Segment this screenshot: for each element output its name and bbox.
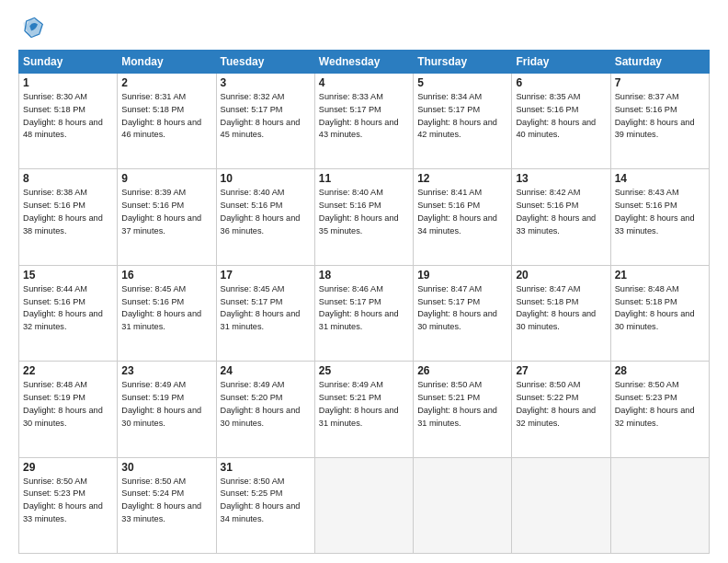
day-header-sunday: Sunday — [19, 51, 118, 74]
day-info: Sunrise: 8:50 AM Sunset: 5:24 PM Dayligh… — [121, 476, 211, 526]
day-info: Sunrise: 8:40 AM Sunset: 5:16 PM Dayligh… — [319, 187, 409, 237]
day-header-thursday: Thursday — [414, 51, 512, 74]
day-header-tuesday: Tuesday — [216, 51, 314, 74]
days-header-row: SundayMondayTuesdayWednesdayThursdayFrid… — [19, 51, 710, 74]
day-number: 10 — [221, 172, 311, 185]
sunset-label: Sunset: 5:21 PM — [417, 393, 480, 402]
day-cell-16: 16 Sunrise: 8:45 AM Sunset: 5:16 PM Dayl… — [118, 265, 216, 361]
sunset-label: Sunset: 5:17 PM — [319, 105, 381, 114]
daylight-label: Daylight: 8 hours and 31 minutes. — [121, 309, 201, 331]
day-info: Sunrise: 8:31 AM Sunset: 5:18 PM Dayligh… — [121, 91, 211, 142]
day-number: 19 — [417, 269, 507, 282]
day-cell-3: 3 Sunrise: 8:32 AM Sunset: 5:17 PM Dayli… — [216, 74, 314, 169]
day-info: Sunrise: 8:48 AM Sunset: 5:18 PM Dayligh… — [615, 283, 705, 334]
sunset-label: Sunset: 5:21 PM — [319, 393, 381, 402]
daylight-label: Daylight: 8 hours and 30 minutes. — [23, 406, 103, 428]
calendar-body: 1 Sunrise: 8:30 AM Sunset: 5:18 PM Dayli… — [19, 74, 710, 554]
day-info: Sunrise: 8:32 AM Sunset: 5:17 PM Dayligh… — [221, 91, 311, 142]
day-info: Sunrise: 8:39 AM Sunset: 5:16 PM Dayligh… — [121, 187, 211, 237]
sunrise-label: Sunrise: 8:37 AM — [615, 92, 679, 101]
day-info: Sunrise: 8:44 AM Sunset: 5:16 PM Dayligh… — [23, 283, 113, 334]
day-number: 12 — [417, 172, 507, 185]
daylight-label: Daylight: 8 hours and 43 minutes. — [319, 118, 399, 140]
sunset-label: Sunset: 5:25 PM — [221, 488, 283, 498]
day-cell-22: 22 Sunrise: 8:48 AM Sunset: 5:19 PM Dayl… — [19, 362, 118, 457]
day-cell-11: 11 Sunrise: 8:40 AM Sunset: 5:16 PM Dayl… — [314, 169, 413, 265]
day-cell-1: 1 Sunrise: 8:30 AM Sunset: 5:18 PM Dayli… — [19, 74, 118, 169]
empty-cell — [512, 457, 610, 553]
sunrise-label: Sunrise: 8:35 AM — [516, 92, 580, 101]
daylight-label: Daylight: 8 hours and 30 minutes. — [615, 309, 695, 331]
daylight-label: Daylight: 8 hours and 45 minutes. — [221, 118, 301, 140]
sunset-label: Sunset: 5:23 PM — [615, 393, 677, 402]
daylight-label: Daylight: 8 hours and 32 minutes. — [23, 309, 103, 331]
day-cell-6: 6 Sunrise: 8:35 AM Sunset: 5:16 PM Dayli… — [512, 74, 610, 169]
day-info: Sunrise: 8:45 AM Sunset: 5:16 PM Dayligh… — [121, 283, 211, 334]
daylight-label: Daylight: 8 hours and 32 minutes. — [516, 406, 596, 428]
sunset-label: Sunset: 5:18 PM — [516, 297, 578, 306]
page: SundayMondayTuesdayWednesdayThursdayFrid… — [0, 0, 728, 563]
sunrise-label: Sunrise: 8:33 AM — [319, 92, 383, 101]
day-number: 7 — [615, 76, 705, 89]
day-number: 30 — [121, 461, 211, 474]
day-cell-9: 9 Sunrise: 8:39 AM Sunset: 5:16 PM Dayli… — [118, 169, 216, 265]
day-cell-5: 5 Sunrise: 8:34 AM Sunset: 5:17 PM Dayli… — [414, 74, 512, 169]
sunset-label: Sunset: 5:16 PM — [615, 105, 677, 114]
day-number: 4 — [319, 76, 409, 89]
day-number: 26 — [417, 364, 507, 377]
day-header-monday: Monday — [118, 51, 216, 74]
sunset-label: Sunset: 5:20 PM — [221, 393, 283, 402]
sunrise-label: Sunrise: 8:40 AM — [221, 188, 285, 197]
daylight-label: Daylight: 8 hours and 32 minutes. — [615, 406, 695, 428]
day-info: Sunrise: 8:30 AM Sunset: 5:18 PM Dayligh… — [23, 91, 113, 142]
empty-cell — [610, 457, 709, 553]
day-number: 28 — [615, 364, 705, 377]
daylight-label: Daylight: 8 hours and 33 minutes. — [23, 501, 103, 523]
day-number: 31 — [221, 461, 311, 474]
day-number: 24 — [221, 364, 311, 377]
sunset-label: Sunset: 5:18 PM — [23, 105, 85, 114]
day-number: 1 — [23, 76, 113, 89]
day-header-friday: Friday — [512, 51, 610, 74]
week-row-5: 29 Sunrise: 8:50 AM Sunset: 5:23 PM Dayl… — [19, 457, 710, 553]
sunrise-label: Sunrise: 8:50 AM — [417, 380, 482, 389]
week-row-2: 8 Sunrise: 8:38 AM Sunset: 5:16 PM Dayli… — [19, 169, 710, 265]
daylight-label: Daylight: 8 hours and 30 minutes. — [221, 406, 301, 428]
day-cell-31: 31 Sunrise: 8:50 AM Sunset: 5:25 PM Dayl… — [216, 457, 314, 553]
sunrise-label: Sunrise: 8:45 AM — [221, 284, 285, 293]
day-number: 25 — [319, 364, 409, 377]
sunrise-label: Sunrise: 8:49 AM — [319, 380, 383, 389]
day-info: Sunrise: 8:49 AM Sunset: 5:19 PM Dayligh… — [121, 379, 211, 430]
daylight-label: Daylight: 8 hours and 33 minutes. — [121, 501, 201, 523]
day-info: Sunrise: 8:50 AM Sunset: 5:22 PM Dayligh… — [516, 379, 606, 430]
sunset-label: Sunset: 5:16 PM — [417, 201, 480, 210]
day-cell-4: 4 Sunrise: 8:33 AM Sunset: 5:17 PM Dayli… — [314, 74, 413, 169]
sunset-label: Sunset: 5:16 PM — [121, 297, 184, 306]
day-cell-26: 26 Sunrise: 8:50 AM Sunset: 5:21 PM Dayl… — [414, 362, 512, 457]
sunset-label: Sunset: 5:16 PM — [221, 201, 283, 210]
logo-icon — [18, 15, 44, 40]
day-info: Sunrise: 8:50 AM Sunset: 5:21 PM Dayligh… — [417, 379, 507, 430]
sunrise-label: Sunrise: 8:50 AM — [121, 477, 186, 486]
day-number: 15 — [23, 269, 113, 282]
sunrise-label: Sunrise: 8:48 AM — [615, 284, 679, 293]
day-info: Sunrise: 8:49 AM Sunset: 5:20 PM Dayligh… — [221, 379, 311, 430]
daylight-label: Daylight: 8 hours and 42 minutes. — [417, 118, 497, 140]
day-info: Sunrise: 8:43 AM Sunset: 5:16 PM Dayligh… — [615, 187, 705, 237]
day-number: 13 — [516, 172, 606, 185]
day-number: 2 — [121, 76, 211, 89]
week-row-1: 1 Sunrise: 8:30 AM Sunset: 5:18 PM Dayli… — [19, 74, 710, 169]
day-number: 18 — [319, 269, 409, 282]
sunrise-label: Sunrise: 8:47 AM — [516, 284, 580, 293]
day-number: 21 — [615, 269, 705, 282]
day-info: Sunrise: 8:46 AM Sunset: 5:17 PM Dayligh… — [319, 283, 409, 334]
day-cell-20: 20 Sunrise: 8:47 AM Sunset: 5:18 PM Dayl… — [512, 265, 610, 361]
sunset-label: Sunset: 5:17 PM — [417, 297, 480, 306]
day-number: 14 — [615, 172, 705, 185]
day-cell-7: 7 Sunrise: 8:37 AM Sunset: 5:16 PM Dayli… — [610, 74, 709, 169]
day-cell-23: 23 Sunrise: 8:49 AM Sunset: 5:19 PM Dayl… — [118, 362, 216, 457]
daylight-label: Daylight: 8 hours and 46 minutes. — [121, 118, 201, 140]
daylight-label: Daylight: 8 hours and 40 minutes. — [516, 118, 596, 140]
sunrise-label: Sunrise: 8:50 AM — [516, 380, 580, 389]
sunset-label: Sunset: 5:16 PM — [516, 105, 578, 114]
